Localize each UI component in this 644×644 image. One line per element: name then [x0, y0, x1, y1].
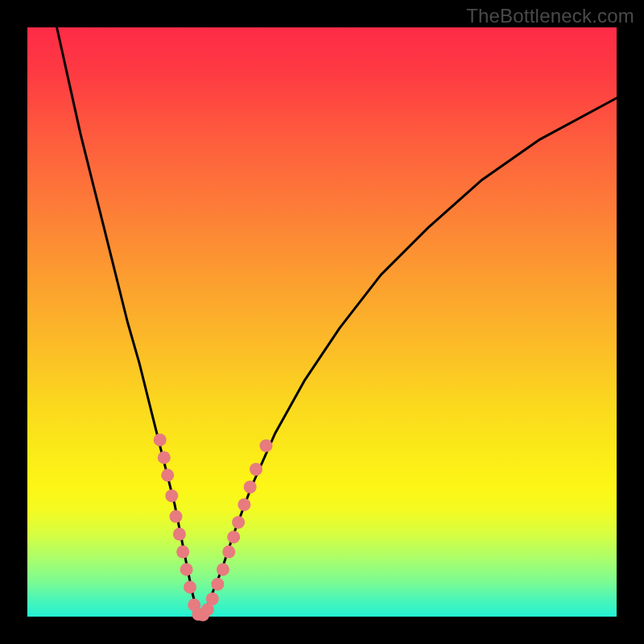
data-marker [211, 578, 224, 591]
data-marker [227, 530, 240, 543]
data-marker [244, 481, 257, 493]
data-marker [232, 516, 245, 529]
data-marker [173, 528, 186, 541]
data-marker [158, 451, 171, 464]
watermark-text: TheBottleneck.com [466, 5, 634, 27]
curve-layer [27, 27, 617, 617]
data-marker [176, 546, 189, 559]
data-marker [222, 546, 235, 559]
plot-area [27, 27, 617, 617]
data-marker [170, 510, 183, 523]
data-marker [217, 563, 229, 576]
data-marker [237, 498, 250, 511]
data-marker [180, 563, 193, 576]
data-marker [161, 469, 174, 481]
data-marker [165, 489, 178, 502]
data-marker [260, 440, 273, 452]
data-marker [250, 463, 262, 476]
data-marker [206, 592, 219, 605]
marker-cluster [154, 433, 273, 621]
chart-frame: TheBottleneck.com [0, 0, 644, 644]
data-marker [154, 433, 167, 446]
bottleneck-curve [57, 27, 617, 617]
data-marker [184, 580, 196, 593]
